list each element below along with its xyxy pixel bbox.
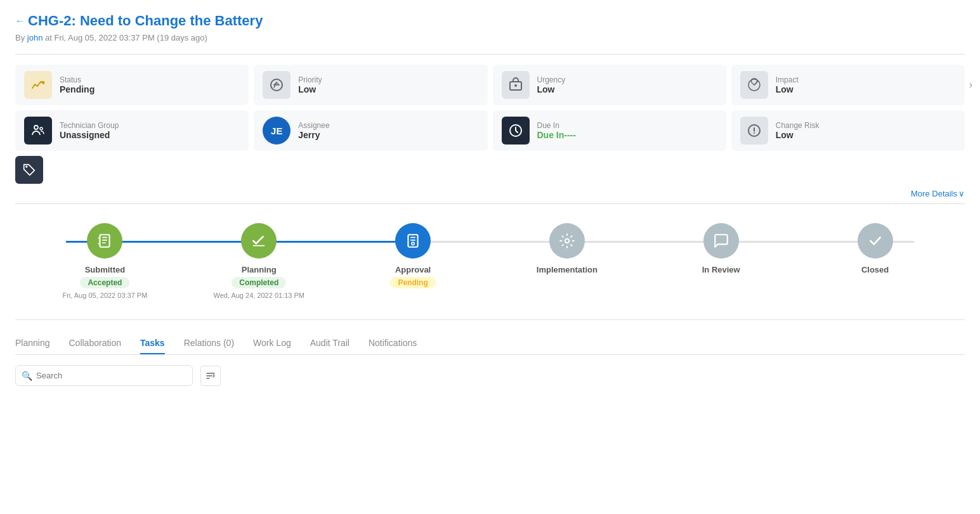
priority-icon (263, 71, 291, 99)
scroll-right-icon[interactable]: › (969, 79, 972, 91)
author-link[interactable]: john (27, 33, 43, 42)
due-in-label: Due In (537, 121, 576, 130)
svg-point-2 (514, 84, 517, 87)
step-submitted-circle[interactable] (87, 223, 122, 259)
urgency-label: Urgency (537, 75, 566, 84)
step-planning-label: Planning (242, 265, 277, 274)
search-icon: 🔍 (22, 371, 32, 381)
back-button[interactable]: ← CHG-2: Need to Change the Battery (15, 13, 263, 29)
impact-label: Impact (776, 75, 799, 84)
header-divider (15, 54, 965, 55)
step-approval-label: Approval (395, 265, 431, 274)
tag-row (15, 156, 965, 184)
step-closed: Closed (798, 223, 952, 277)
tab-tasks[interactable]: Tasks (140, 333, 165, 354)
assignee-text: Assignee Jerry (298, 121, 329, 140)
change-risk-label: Change Risk (776, 121, 820, 130)
step-submitted-label: Submitted (85, 265, 126, 274)
impact-text: Impact Low (776, 75, 799, 94)
info-cards-row2: Technician Group Unassigned JE Assignee … (15, 110, 965, 151)
change-risk-text: Change Risk Low (776, 121, 820, 140)
urgency-card[interactable]: Urgency Low (493, 65, 726, 105)
technician-group-label: Technician Group (60, 121, 119, 130)
chevron-down-icon: ∨ (958, 189, 965, 198)
technician-group-value: Unassigned (60, 130, 119, 140)
tab-audit-trail[interactable]: Audit Trail (310, 333, 350, 354)
page-header: ← CHG-2: Need to Change the Battery By j… (15, 13, 965, 42)
search-row: 🔍 (15, 365, 965, 386)
page-subtitle: By john at Fri, Aug 05, 2022 03:37 PM (1… (15, 33, 965, 42)
step-submitted: Submitted Accepted Fri, Aug 05, 2022 03:… (28, 223, 182, 300)
step-approval: Approval Pending (336, 223, 490, 291)
impact-value: Low (776, 84, 799, 94)
search-wrapper: 🔍 (15, 365, 193, 386)
technician-group-card[interactable]: Technician Group Unassigned (15, 110, 249, 151)
tab-notifications[interactable]: Notifications (369, 333, 417, 354)
stepper-section: Submitted Accepted Fri, Aug 05, 2022 03:… (15, 203, 965, 320)
tab-work-log[interactable]: Work Log (253, 333, 291, 354)
due-in-text: Due In Due In---- (537, 121, 576, 140)
search-input[interactable] (15, 365, 193, 386)
step-implementation-circle[interactable] (549, 223, 585, 259)
step-in-review: In Review (644, 223, 798, 277)
step-submitted-date: Fri, Aug 05, 2022 03:37 PM (62, 291, 147, 300)
status-label: Status (60, 75, 95, 84)
step-implementation-label: Implementation (537, 265, 598, 274)
priority-value: Low (298, 84, 322, 94)
priority-card[interactable]: Priority Low (254, 65, 487, 105)
page-title: CHG-2: Need to Change the Battery (28, 13, 263, 29)
status-card[interactable]: Status Pending (15, 65, 249, 105)
step-planning-circle[interactable] (241, 223, 277, 259)
change-risk-card[interactable]: Change Risk Low (731, 110, 965, 151)
assignee-avatar: JE (263, 117, 291, 145)
step-closed-label: Closed (861, 265, 889, 274)
svg-point-12 (412, 242, 414, 245)
status-icon (24, 71, 52, 99)
svg-point-5 (40, 127, 42, 130)
step-in-review-circle[interactable] (703, 223, 739, 259)
assignee-card[interactable]: JE Assignee Jerry (254, 110, 487, 151)
svg-point-9 (754, 132, 755, 134)
back-icon: ← (15, 16, 24, 26)
due-in-card[interactable]: Due In Due In---- (493, 110, 726, 151)
due-in-icon (502, 117, 530, 145)
step-submitted-badge: Accepted (80, 277, 129, 288)
technician-group-icon (24, 117, 52, 145)
tab-collaboration[interactable]: Collaboration (69, 333, 122, 354)
stepper: Submitted Accepted Fri, Aug 05, 2022 03:… (28, 223, 952, 300)
step-planning: Planning Completed Wed, Aug 24, 2022 01:… (182, 223, 336, 300)
tabs: Planning Collaboration Tasks Relations (… (15, 333, 965, 355)
step-planning-badge: Completed (232, 277, 286, 288)
priority-label: Priority (298, 75, 322, 84)
urgency-value: Low (537, 84, 566, 94)
urgency-icon (502, 71, 530, 99)
svg-point-4 (34, 125, 38, 129)
change-risk-value: Low (776, 130, 820, 140)
step-closed-circle[interactable] (858, 223, 893, 259)
sort-button[interactable] (200, 366, 221, 386)
due-in-value: Due In---- (537, 130, 576, 140)
more-details-button[interactable]: More Details ∨ (15, 189, 965, 198)
step-planning-date: Wed, Aug 24, 2022 01:13 PM (213, 291, 304, 300)
svg-rect-10 (100, 235, 110, 247)
step-approval-circle[interactable] (395, 223, 431, 259)
assignee-label: Assignee (298, 121, 329, 130)
impact-icon (740, 71, 768, 99)
step-implementation: Implementation (490, 223, 644, 277)
technician-group-text: Technician Group Unassigned (60, 121, 119, 140)
tab-relations[interactable]: Relations (0) (184, 333, 234, 354)
info-cards-row1: Status Pending Priority Low Urgency Low (15, 65, 965, 105)
urgency-text: Urgency Low (537, 75, 566, 94)
svg-point-13 (565, 239, 570, 243)
status-value: Pending (60, 84, 95, 94)
tag-button[interactable] (15, 156, 43, 184)
change-risk-icon (740, 117, 768, 145)
status-text: Status Pending (60, 75, 95, 94)
step-approval-badge: Pending (390, 277, 435, 288)
page-wrapper: ← CHG-2: Need to Change the Battery By j… (0, 0, 980, 514)
priority-text: Priority Low (298, 75, 322, 94)
tab-planning[interactable]: Planning (15, 333, 50, 354)
step-in-review-label: In Review (702, 265, 740, 274)
impact-card[interactable]: Impact Low (731, 65, 965, 105)
assignee-value: Jerry (298, 130, 329, 140)
